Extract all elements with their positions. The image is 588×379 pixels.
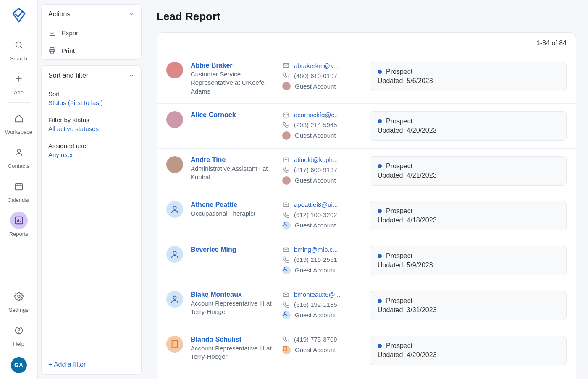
actions-header[interactable]: Actions	[42, 5, 141, 24]
lead-email[interactable]: bmonteaux5@...	[282, 291, 362, 298]
lead-avatar	[166, 201, 183, 218]
lead-assigned: Guest Account	[282, 82, 362, 90]
nav-reports[interactable]: Reports	[0, 207, 37, 241]
phone-icon	[282, 256, 290, 264]
nav-label: Search	[10, 55, 27, 62]
person-icon	[10, 144, 28, 161]
status-label: Prospect	[386, 342, 412, 350]
lead-info: Blake Monteaux Account Representative II…	[191, 291, 275, 316]
lead-assigned: Guest Account	[282, 311, 362, 319]
chevron-down-icon	[129, 73, 134, 78]
lead-row[interactable]: Blanda-Schulist Account Representative I…	[157, 328, 576, 373]
phone-icon	[282, 301, 290, 308]
svg-point-15	[18, 332, 19, 332]
lead-email[interactable]: bming@mlb.c...	[282, 246, 362, 254]
status-label: Prospect	[386, 297, 412, 305]
lead-info: Abbie Braker Customer Service Representa…	[191, 62, 275, 96]
lead-row[interactable]: Andre Tine Administrative Assistant I at…	[157, 148, 576, 193]
assigned-avatar	[282, 346, 291, 354]
nav-workspace[interactable]: Workspace	[0, 105, 37, 139]
mail-icon	[282, 201, 290, 209]
lead-email[interactable]: acornockfg@c...	[282, 111, 362, 119]
assigned-avatar	[282, 82, 291, 90]
phone-icon	[282, 211, 290, 219]
lead-row[interactable]: Athene Peattie Occupational Therapist ap…	[157, 193, 576, 238]
lead-phone: (619) 219-2551	[282, 256, 362, 264]
lead-name[interactable]: Alice Cornock	[191, 111, 275, 119]
lead-info: Alice Cornock	[191, 111, 275, 120]
lead-row[interactable]: Alice Cornock acornockfg@c... (203) 214-…	[157, 103, 576, 148]
lead-list: Abbie Braker Customer Service Representa…	[157, 54, 576, 379]
lead-avatar	[166, 246, 183, 263]
status-label: Prospect	[386, 118, 412, 125]
lead-contact: (419) 775-3709 Guest Account	[282, 336, 362, 354]
export-action[interactable]: Export	[42, 24, 141, 42]
svg-line-1	[20, 47, 22, 49]
status-label: Prospect	[386, 252, 412, 260]
svg-rect-31	[172, 341, 178, 348]
sort-value[interactable]: Status (First to last)	[48, 99, 134, 106]
print-icon	[48, 47, 56, 54]
lead-assigned: Guest Account	[282, 221, 362, 230]
gear-icon	[10, 288, 28, 305]
sortfilter-panel: Sort and filter Sort Status (First to la…	[41, 65, 142, 375]
nav-contacts[interactable]: Contacts	[0, 139, 37, 173]
actions-panel: Actions Export Print	[41, 4, 142, 60]
nav-settings[interactable]: Settings	[0, 283, 37, 317]
status-dot	[378, 299, 382, 303]
nav-rail: Search Add Workspace Contacts Calendar R…	[0, 0, 38, 379]
status-dot	[378, 70, 382, 74]
lead-name[interactable]: Blake Monteaux	[191, 291, 275, 298]
nav-search[interactable]: Search	[0, 32, 37, 66]
updated-line: Updated: 5/9/2023	[378, 261, 559, 269]
sidebar: Actions Export Print Sort and filter Sor…	[38, 0, 145, 379]
lead-row[interactable]: Beverlee Ming bming@mlb.c... (619) 219-2…	[157, 238, 576, 283]
home-icon	[10, 110, 28, 127]
nav-add[interactable]: Add	[0, 66, 37, 100]
lead-info: Andre Tine Administrative Assistant I at…	[191, 156, 275, 182]
status-filter-value[interactable]: All active statuses	[48, 125, 134, 132]
app-logo	[10, 6, 28, 24]
assigned-filter-value[interactable]: Any user	[48, 151, 134, 158]
svg-point-0	[16, 42, 21, 47]
lead-row[interactable]: Abbie Braker Customer Service Representa…	[157, 54, 576, 103]
svg-point-27	[284, 267, 286, 269]
report-card: 1-84 of 84 Abbie Braker Customer Service…	[157, 32, 576, 379]
lead-title: Administrative Assistant I at Kuphal	[191, 165, 275, 182]
add-filter-button[interactable]: + Add a filter	[42, 355, 141, 374]
reports-icon	[10, 212, 28, 229]
print-action[interactable]: Print	[42, 42, 141, 59]
status-box: Prospect Updated: 5/6/2023	[370, 62, 567, 91]
lead-name[interactable]: Beverlee Ming	[191, 246, 275, 254]
svg-point-4	[17, 149, 20, 152]
status-dot	[378, 209, 382, 213]
lead-name[interactable]: Blanda-Schulist	[191, 336, 275, 343]
lead-name[interactable]: Athene Peattie	[191, 201, 275, 209]
lead-title: Account Representative III at Terry-Hoeg…	[191, 299, 275, 316]
lead-name[interactable]: Abbie Braker	[191, 62, 275, 69]
status-box: Prospect Updated: 4/21/2023	[370, 156, 567, 186]
lead-email[interactable]: atineld@kuph...	[282, 156, 362, 164]
mail-icon	[282, 111, 290, 119]
sortfilter-header[interactable]: Sort and filter	[42, 66, 141, 85]
search-icon	[10, 36, 28, 54]
nav-help[interactable]: Help	[0, 317, 37, 351]
lead-row[interactable]: Blake Monteaux Account Representative II…	[157, 283, 576, 328]
print-label: Print	[62, 47, 75, 54]
lead-name[interactable]: Andre Tine	[191, 156, 275, 164]
lead-email[interactable]: abrakerkm@k...	[282, 62, 362, 69]
status-label: Prospect	[386, 162, 412, 170]
mail-icon	[282, 62, 290, 69]
actions-title: Actions	[48, 10, 70, 18]
nav-label: Contacts	[8, 163, 29, 169]
status-dot	[378, 164, 382, 168]
lead-email[interactable]: apeattiei8@ui...	[282, 201, 362, 209]
status-box: Prospect Updated: 3/31/2023	[370, 291, 567, 320]
lead-row[interactable]: Caesar Gabotti cgabottifv@hi... Guest Ac…	[157, 373, 576, 379]
status-box: Prospect Updated: 4/20/2023	[370, 111, 567, 141]
sort-label: Sort	[48, 90, 134, 97]
phone-icon	[282, 336, 290, 343]
nav-calendar[interactable]: Calendar	[0, 173, 37, 207]
lead-assigned: Guest Account	[282, 266, 362, 274]
user-avatar[interactable]: GA	[11, 357, 27, 373]
